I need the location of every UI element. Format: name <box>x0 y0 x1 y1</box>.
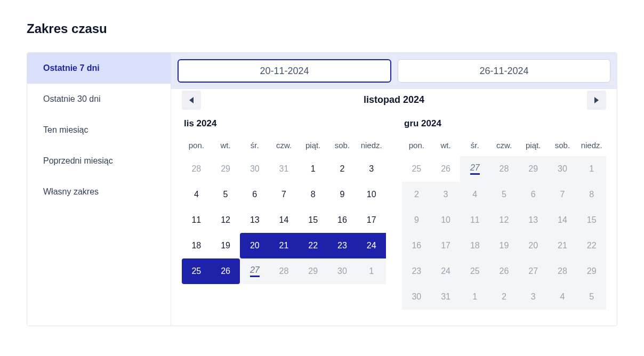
day-number: 19 <box>221 241 230 250</box>
calendar-day[interactable]: 3 <box>357 156 386 182</box>
calendar-day: 14 <box>548 207 577 233</box>
calendar-day: 29 <box>577 258 606 284</box>
calendar-day[interactable]: 23 <box>328 233 357 258</box>
day-number: 29 <box>587 266 597 276</box>
calendar-day[interactable]: 10 <box>357 182 386 207</box>
day-number: 1 <box>472 292 477 302</box>
day-number: 5 <box>589 292 594 302</box>
preset-item[interactable]: Własny zakres <box>27 176 171 207</box>
next-month-button[interactable] <box>587 91 606 110</box>
day-number: 25 <box>470 266 480 276</box>
calendar-day[interactable]: 25 <box>182 258 211 284</box>
calendar-day[interactable]: 5 <box>211 182 240 207</box>
calendar-day: 3 <box>519 284 548 310</box>
day-number: 28 <box>558 266 567 276</box>
calendar-day[interactable]: 6 <box>240 182 269 207</box>
day-number: 29 <box>308 266 318 276</box>
day-number: 6 <box>531 190 536 199</box>
month-label: gru 2024 <box>402 111 606 134</box>
day-number: 12 <box>500 215 509 225</box>
weekday-header: pon. <box>182 134 211 156</box>
chevron-left-icon <box>189 97 194 103</box>
day-number: 11 <box>470 215 480 225</box>
day-number: 9 <box>414 215 419 225</box>
weekday-header: niedz. <box>577 134 606 156</box>
day-number: 14 <box>279 215 289 225</box>
calendar-month: lis 2024pon.wt.śr.czw.piąt.sob.niedz.282… <box>182 111 386 310</box>
day-number: 31 <box>279 164 289 174</box>
day-number: 15 <box>308 215 318 225</box>
calendar-day: 9 <box>402 207 431 233</box>
day-number: 8 <box>311 190 316 199</box>
day-number: 14 <box>558 215 567 225</box>
day-number: 10 <box>367 190 376 199</box>
calendar-day: 27 <box>519 258 548 284</box>
calendar-day[interactable]: 1 <box>299 156 328 182</box>
calendar-day: 30 <box>548 156 577 182</box>
calendar-day[interactable]: 14 <box>269 207 299 233</box>
prev-month-button[interactable] <box>182 91 201 110</box>
calendar-day: 11 <box>460 207 489 233</box>
day-number: 1 <box>589 164 594 174</box>
day-number: 2 <box>502 292 506 302</box>
day-number: 22 <box>587 241 597 250</box>
calendar-day[interactable]: 19 <box>211 233 240 258</box>
calendar-day: 18 <box>460 233 489 258</box>
date-from-input[interactable]: 20-11-2024 <box>178 59 391 83</box>
day-number: 23 <box>337 241 347 250</box>
day-number: 31 <box>441 292 450 302</box>
day-number: 19 <box>500 241 509 250</box>
day-number: 17 <box>367 215 376 225</box>
calendar-day[interactable]: 12 <box>211 207 240 233</box>
day-number: 23 <box>412 266 421 276</box>
date-to-input[interactable]: 26-11-2024 <box>398 59 610 83</box>
day-number: 30 <box>558 164 567 174</box>
preset-item[interactable]: Poprzedni miesiąc <box>27 145 171 176</box>
preset-item[interactable]: Ten miesiąc <box>27 115 171 145</box>
calendar-day: 13 <box>519 207 548 233</box>
day-number: 4 <box>560 292 565 302</box>
calendar-day[interactable]: 26 <box>211 258 240 284</box>
day-number: 21 <box>279 241 289 250</box>
day-number: 5 <box>502 190 506 199</box>
day-number: 22 <box>308 241 318 250</box>
calendar-day[interactable]: 22 <box>299 233 328 258</box>
preset-item[interactable]: Ostatnie 30 dni <box>27 84 171 115</box>
weekday-header: śr. <box>460 134 489 156</box>
calendar-day[interactable]: 16 <box>328 207 357 233</box>
day-number: 26 <box>500 266 509 276</box>
day-number: 27 <box>528 266 538 276</box>
calendar-day: 29 <box>519 156 548 182</box>
day-number: 13 <box>250 215 260 225</box>
day-number: 27 <box>250 265 260 277</box>
weekday-header: śr. <box>240 134 269 156</box>
calendar-day[interactable]: 21 <box>269 233 299 258</box>
day-number: 28 <box>279 266 289 276</box>
calendar-day[interactable]: 17 <box>357 207 386 233</box>
calendar-day[interactable]: 2 <box>328 156 357 182</box>
calendar-day: 4 <box>548 284 577 310</box>
calendar-day[interactable]: 8 <box>299 182 328 207</box>
calendar-day: 20 <box>519 233 548 258</box>
calendar-day[interactable]: 18 <box>182 233 211 258</box>
preset-item[interactable]: Ostatnie 7 dni <box>27 53 171 84</box>
calendar-day[interactable]: 13 <box>240 207 269 233</box>
day-number: 12 <box>221 215 230 225</box>
day-number: 3 <box>531 292 536 302</box>
calendar-day[interactable]: 4 <box>182 182 211 207</box>
day-number: 9 <box>340 190 344 199</box>
day-number: 8 <box>589 190 594 199</box>
day-number: 10 <box>441 215 450 225</box>
calendar-day[interactable]: 7 <box>269 182 299 207</box>
day-number: 20 <box>250 241 260 250</box>
calendar-day[interactable]: 15 <box>299 207 328 233</box>
calendar-day: 30 <box>402 284 431 310</box>
calendar-day[interactable]: 9 <box>328 182 357 207</box>
calendar-day[interactable]: 11 <box>182 207 211 233</box>
calendar-day: 28 <box>269 258 299 284</box>
calendar-day: 10 <box>431 207 461 233</box>
calendar-day[interactable]: 24 <box>357 233 386 258</box>
calendar-day[interactable]: 20 <box>240 233 269 258</box>
weekday-header: niedz. <box>357 134 386 156</box>
calendar-day: 6 <box>519 182 548 207</box>
